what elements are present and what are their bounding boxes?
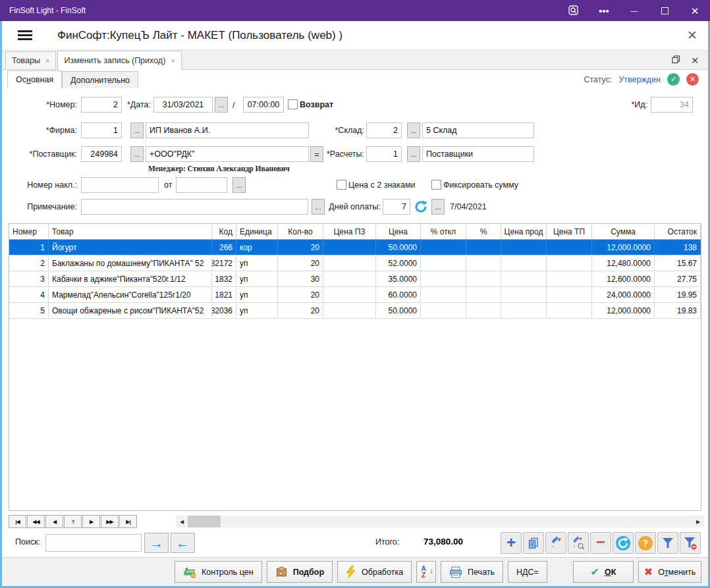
table-row[interactable]: 3Кабачки в аджике"Пиканта"520г.1/121832у… bbox=[9, 271, 701, 287]
horizontal-scrollbar[interactable]: ◀ ▶ bbox=[176, 516, 704, 527]
table-row[interactable]: 1Йогурт266кор2050.000012,000.0000138 bbox=[9, 240, 701, 255]
table-row[interactable]: 4Мармелад"Апельсин"Corella"125г1/201821у… bbox=[9, 287, 701, 303]
help-button[interactable]: ? bbox=[635, 532, 656, 554]
days-browse-button[interactable]: ... bbox=[431, 199, 445, 215]
search-back-button[interactable]: ← bbox=[171, 533, 195, 553]
nav-last-button[interactable]: ▶| bbox=[119, 515, 137, 528]
obrabotka-button[interactable]: Обработка bbox=[337, 561, 412, 583]
scroll-left-icon[interactable]: ◀ bbox=[176, 516, 188, 527]
print-button[interactable]: Печать bbox=[441, 561, 503, 583]
raschety-code-field[interactable] bbox=[366, 146, 402, 162]
column-header[interactable]: Номер bbox=[9, 224, 49, 239]
nav-next-page-button[interactable]: ▶▶ bbox=[101, 515, 119, 528]
price2-checkbox[interactable] bbox=[337, 180, 346, 190]
column-header[interactable]: Цена ТП bbox=[547, 224, 592, 239]
search-input[interactable] bbox=[45, 534, 142, 552]
firma-name-field[interactable] bbox=[146, 122, 309, 138]
delete-row-button[interactable]: − bbox=[590, 532, 611, 554]
fix-summa-label: Фиксировать сумму bbox=[443, 180, 518, 190]
column-header[interactable]: Единица bbox=[236, 224, 278, 239]
reject-icon[interactable]: ✕ bbox=[686, 73, 699, 86]
firma-browse-button[interactable]: ... bbox=[130, 122, 144, 138]
window-title: FinSoft Light - FinSoft bbox=[9, 6, 86, 15]
data-browse-button[interactable]: ... bbox=[215, 97, 228, 113]
column-header[interactable]: Остаток bbox=[655, 224, 701, 239]
data-field[interactable] bbox=[153, 97, 213, 113]
days-field[interactable] bbox=[383, 199, 410, 215]
column-header[interactable]: Код bbox=[212, 224, 236, 239]
tab-osnovnaya[interactable]: Основная bbox=[7, 70, 62, 88]
approve-icon[interactable]: ✓ bbox=[667, 73, 680, 86]
raschety-name-field[interactable] bbox=[422, 146, 534, 162]
hamburger-menu-icon[interactable] bbox=[18, 28, 32, 43]
filter-button[interactable] bbox=[657, 532, 678, 554]
restore-window-icon[interactable] bbox=[672, 55, 680, 65]
scroll-right-icon[interactable]: ▶ bbox=[692, 516, 704, 527]
add-row-button[interactable]: + bbox=[501, 532, 522, 554]
raschety-browse-button[interactable]: ... bbox=[407, 146, 420, 162]
table-row[interactable]: 5Овощи обжареные с рисом"ПИКАНТА"5282036… bbox=[9, 303, 701, 319]
more-menu-icon[interactable]: ••• bbox=[589, 0, 619, 21]
postavshchik-browse-button[interactable]: ... bbox=[130, 146, 144, 162]
vozvrat-checkbox[interactable] bbox=[288, 99, 298, 109]
sklad-name-field[interactable] bbox=[422, 122, 534, 138]
postavshchik-code-field[interactable] bbox=[81, 146, 122, 162]
sklad-code-field[interactable] bbox=[366, 122, 402, 138]
tab-izmenit-zapis[interactable]: Изменить запись (Приход) × bbox=[57, 51, 181, 70]
column-header[interactable]: Цена bbox=[376, 224, 421, 239]
column-header[interactable]: % откл bbox=[421, 224, 466, 239]
table-cell: 12,000.0000 bbox=[592, 303, 655, 318]
sort-button[interactable]: A Z ↓ bbox=[416, 561, 436, 583]
time-field[interactable] bbox=[243, 97, 284, 113]
feedback-icon[interactable] bbox=[559, 0, 589, 21]
search-forward-button[interactable]: → bbox=[144, 533, 169, 553]
minimize-button[interactable]: — bbox=[619, 0, 649, 21]
nav-help-button[interactable]: ? bbox=[64, 515, 82, 528]
nds-button[interactable]: НДС= bbox=[508, 561, 547, 583]
view-row-button[interactable] bbox=[568, 532, 589, 554]
close-window-button[interactable]: ✕ bbox=[680, 0, 710, 21]
minus-icon: − bbox=[596, 534, 605, 550]
nav-first-button[interactable]: |◀ bbox=[9, 515, 26, 528]
tab-dopolnitelno[interactable]: Дополнительно bbox=[62, 71, 138, 88]
postavshchik-name-field[interactable] bbox=[146, 146, 309, 162]
header-close-icon[interactable]: ✕ bbox=[687, 28, 697, 43]
nav-prior-button[interactable]: ◀ bbox=[45, 515, 63, 528]
column-header[interactable]: Цена ПЗ bbox=[323, 224, 376, 239]
recalc-date-icon[interactable] bbox=[413, 199, 429, 215]
tab-close-icon[interactable]: × bbox=[171, 57, 175, 65]
ot-field[interactable] bbox=[176, 177, 227, 193]
tab-tovary[interactable]: Товары × bbox=[5, 51, 56, 69]
nakl-field[interactable] bbox=[81, 177, 159, 193]
copy-row-button[interactable] bbox=[523, 532, 544, 554]
close-document-icon[interactable]: ✕ bbox=[691, 56, 699, 65]
price-control-button[interactable]: Контроль цен bbox=[175, 561, 262, 583]
edit-row-button[interactable] bbox=[545, 532, 566, 554]
column-header[interactable]: Цена прод bbox=[501, 224, 547, 239]
tab-close-icon[interactable]: × bbox=[45, 57, 49, 65]
table-header: НомерТоварКодЕдиницаКол-воЦена ПЗЦена% о… bbox=[9, 224, 701, 240]
table-cell: 5 bbox=[9, 303, 49, 318]
fix-summa-checkbox[interactable] bbox=[431, 180, 441, 190]
ok-button[interactable]: ✔ ОК bbox=[573, 561, 634, 583]
column-header[interactable]: Товар bbox=[49, 224, 212, 239]
column-header[interactable]: Сумма bbox=[592, 224, 655, 239]
primechanie-field[interactable] bbox=[81, 199, 308, 215]
firma-code-field[interactable] bbox=[81, 122, 122, 138]
maximize-button[interactable] bbox=[649, 0, 680, 21]
nakl-browse-button[interactable]: ... bbox=[232, 177, 246, 193]
nav-prior-page-button[interactable]: ◀◀ bbox=[27, 515, 45, 528]
pay-date-label: 7/04/2021 bbox=[450, 202, 509, 211]
nav-next-button[interactable]: ▶ bbox=[82, 515, 100, 528]
column-header[interactable]: Кол-во bbox=[278, 224, 323, 239]
podbor-button[interactable]: Подбор bbox=[267, 561, 333, 583]
scrollbar-thumb[interactable] bbox=[188, 516, 221, 527]
column-header[interactable]: % bbox=[466, 224, 501, 239]
cancel-button[interactable]: ✖ Отменить bbox=[638, 561, 701, 583]
sklad-browse-button[interactable]: ... bbox=[407, 122, 420, 138]
filter-clear-button[interactable] bbox=[680, 532, 701, 554]
refresh-button[interactable] bbox=[613, 532, 634, 554]
table-row[interactable]: 2Баклажаны по домашнему"ПИКАНТА" 5282172… bbox=[9, 255, 701, 271]
table-cell bbox=[547, 303, 592, 318]
record-navigator: |◀◀◀◀?▶▶▶▶| ◀ ▶ bbox=[2, 514, 708, 529]
